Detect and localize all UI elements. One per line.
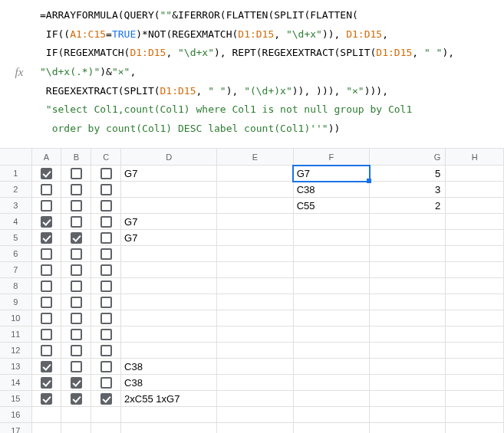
cell[interactable] — [293, 423, 369, 433]
cell[interactable] — [293, 294, 369, 310]
cell[interactable] — [370, 343, 446, 359]
cell[interactable] — [446, 262, 504, 278]
cell[interactable] — [446, 214, 504, 230]
cell[interactable] — [121, 326, 217, 343]
cell[interactable] — [293, 375, 369, 391]
cell[interactable] — [121, 246, 217, 262]
checkbox-icon[interactable] — [71, 168, 82, 179]
checkbox-icon[interactable] — [41, 377, 52, 389]
cell[interactable] — [370, 230, 446, 246]
cell[interactable] — [61, 391, 91, 407]
cell[interactable] — [31, 198, 61, 214]
cell[interactable] — [121, 294, 217, 310]
cell[interactable] — [293, 326, 369, 343]
cell[interactable] — [370, 294, 446, 310]
cell[interactable] — [31, 326, 61, 343]
cell[interactable] — [217, 198, 293, 214]
cell[interactable] — [91, 375, 121, 391]
checkbox-icon[interactable] — [100, 232, 112, 244]
cell[interactable] — [121, 407, 217, 423]
cell[interactable]: C38 — [293, 182, 369, 198]
cell[interactable]: C55 — [293, 198, 369, 214]
cell[interactable] — [61, 343, 91, 359]
cell[interactable]: C38 — [121, 375, 217, 391]
row-header[interactable]: 2 — [0, 182, 31, 198]
cell[interactable] — [61, 326, 91, 343]
cell[interactable] — [91, 391, 121, 407]
checkbox-icon[interactable] — [71, 313, 82, 324]
checkbox-icon[interactable] — [100, 280, 112, 292]
checkbox-icon[interactable] — [71, 200, 82, 212]
cell[interactable] — [370, 423, 446, 433]
row-header[interactable]: 9 — [0, 294, 31, 310]
row-header[interactable]: 8 — [0, 278, 31, 294]
cell[interactable] — [121, 182, 217, 198]
checkbox-icon[interactable] — [100, 216, 112, 228]
checkbox-icon[interactable] — [41, 329, 52, 340]
cell[interactable] — [293, 230, 369, 246]
checkbox-icon[interactable] — [41, 184, 52, 195]
row-header[interactable]: 7 — [0, 262, 31, 278]
checkbox-icon[interactable] — [71, 393, 82, 405]
cell[interactable] — [61, 246, 91, 262]
row-header[interactable]: 4 — [0, 214, 31, 230]
cell[interactable] — [91, 278, 121, 294]
row-header[interactable]: 13 — [0, 359, 31, 375]
cell[interactable] — [61, 423, 91, 433]
cell[interactable] — [370, 359, 446, 375]
cell[interactable] — [121, 423, 217, 433]
checkbox-icon[interactable] — [41, 345, 52, 356]
cell[interactable] — [91, 326, 121, 343]
cell[interactable] — [31, 423, 61, 433]
checkbox-icon[interactable] — [71, 248, 82, 260]
cell[interactable] — [217, 262, 293, 278]
checkbox-icon[interactable] — [100, 393, 112, 405]
checkbox-icon[interactable] — [71, 232, 82, 244]
cell[interactable] — [121, 343, 217, 359]
cell[interactable]: C38 — [121, 359, 217, 375]
row-header[interactable]: 6 — [0, 246, 31, 262]
checkbox-icon[interactable] — [100, 168, 112, 179]
formula-input[interactable]: =ARRAYFORMULA(QUERY(""&IFERROR(FLATTEN(S… — [34, 6, 499, 139]
checkbox-icon[interactable] — [71, 377, 82, 389]
cell[interactable] — [293, 407, 369, 423]
col-header[interactable]: D — [121, 149, 217, 166]
cell[interactable]: G7 — [293, 166, 369, 182]
cell[interactable] — [61, 294, 91, 310]
row-header[interactable]: 12 — [0, 343, 31, 359]
cell[interactable] — [91, 230, 121, 246]
cell[interactable] — [370, 278, 446, 294]
cell[interactable] — [61, 310, 91, 326]
checkbox-icon[interactable] — [41, 313, 52, 324]
checkbox-icon[interactable] — [100, 264, 112, 276]
cell[interactable] — [91, 294, 121, 310]
cell[interactable] — [446, 198, 504, 214]
checkbox-icon[interactable] — [100, 361, 112, 372]
cell[interactable]: G7 — [121, 214, 217, 230]
cell[interactable] — [31, 246, 61, 262]
checkbox-icon[interactable] — [71, 184, 82, 195]
checkbox-icon[interactable] — [41, 280, 52, 292]
cell[interactable] — [217, 391, 293, 407]
cell[interactable] — [293, 343, 369, 359]
cell[interactable] — [91, 198, 121, 214]
cell[interactable] — [217, 359, 293, 375]
row-header[interactable]: 3 — [0, 198, 31, 214]
cell[interactable] — [217, 214, 293, 230]
checkbox-icon[interactable] — [100, 313, 112, 324]
cell[interactable] — [446, 423, 504, 433]
cell[interactable] — [293, 214, 369, 230]
cell[interactable] — [446, 294, 504, 310]
cell[interactable] — [446, 278, 504, 294]
corner-cell[interactable] — [0, 149, 31, 166]
checkbox-icon[interactable] — [71, 216, 82, 228]
cell[interactable] — [217, 375, 293, 391]
cell[interactable] — [61, 262, 91, 278]
row-header[interactable]: 15 — [0, 391, 31, 407]
cell[interactable] — [370, 262, 446, 278]
cell[interactable] — [446, 182, 504, 198]
cell[interactable] — [61, 166, 91, 182]
cell[interactable] — [217, 423, 293, 433]
cell[interactable] — [61, 359, 91, 375]
checkbox-icon[interactable] — [71, 297, 82, 308]
